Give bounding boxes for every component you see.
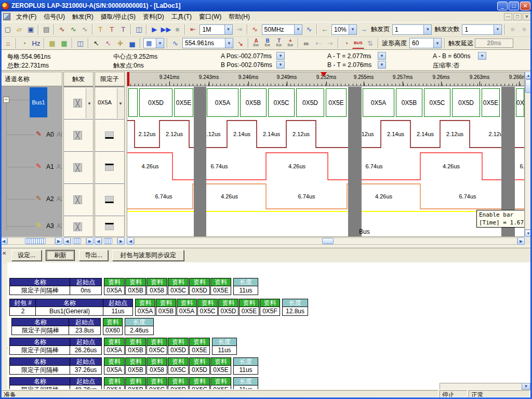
scrollbar-thumb[interactable] (25, 238, 46, 244)
channel-name-label[interactable]: A2 (46, 195, 54, 203)
sample-depth-next-icon[interactable]: ⇥ (234, 24, 245, 35)
hand-tool-icon[interactable]: ✚ (114, 37, 126, 49)
memory-module-icon[interactable]: ◫ (133, 24, 144, 35)
clock-icon[interactable]: ◔ (18, 37, 30, 49)
time-division-select[interactable]: 554.961ns▼ (182, 38, 233, 48)
chevron-down-icon[interactable]: ▼ (156, 38, 164, 48)
scrollbar-thumb[interactable] (322, 238, 334, 244)
trigger-time-icon[interactable]: T (106, 24, 117, 35)
qualifier-cell[interactable]: 0X5A▼ (95, 87, 124, 119)
trigger-dontcare-icon[interactable]: ╳ (73, 131, 82, 140)
trigger-dontcare-icon[interactable]: ╳ (73, 99, 82, 108)
chevron-down-icon[interactable]: ▼ (349, 25, 356, 34)
menu-tools[interactable]: 工具(T) (168, 12, 195, 21)
trigger-mark-icon[interactable]: T (95, 24, 106, 35)
bus-setup-icon[interactable]: ∿ (68, 24, 79, 35)
close-button[interactable]: ✕ (520, 2, 530, 10)
trigger-page-select[interactable]: 1▼ (392, 24, 432, 35)
bus-value-box[interactable]: 0X5E (326, 88, 347, 117)
tree-collapse-button[interactable]: − (3, 97, 9, 103)
trigger-dontcare-icon[interactable]: ╳ (73, 163, 82, 172)
qualifier-cell[interactable] (95, 119, 124, 151)
mdi-close-button[interactable]: ✕ (523, 13, 531, 20)
bus-value-box[interactable]: 0X5E (174, 88, 193, 117)
open-file-icon[interactable]: ▱ (14, 24, 25, 35)
panel-grip[interactable] (6, 264, 6, 389)
channel-name-label[interactable]: A1 (46, 163, 54, 170)
chevron-down-icon[interactable]: ▼ (294, 25, 302, 34)
waveform-view-icon[interactable]: ▦ (46, 37, 58, 49)
mdi-restore-button[interactable]: □ (513, 13, 522, 20)
listing-view-icon[interactable]: ▦ (58, 37, 70, 49)
frequency-icon[interactable]: Hz (30, 37, 42, 49)
unstack-icon[interactable]: ≡ (518, 24, 530, 35)
ratio-decrease-icon[interactable]: ← (319, 24, 330, 35)
sample-rate-icon[interactable]: ∿ (249, 24, 261, 35)
trigger-dontcare-icon[interactable]: ╳ (73, 195, 82, 204)
waveform-mode-icon[interactable]: ∿ (303, 24, 315, 35)
a-pos-dropdown[interactable]: ▼ (276, 52, 285, 60)
prev-bar-icon[interactable]: ⇠ (312, 37, 324, 49)
mdi-minimize-button[interactable]: — (504, 13, 512, 20)
export-button[interactable]: 导出... (79, 250, 108, 261)
sampling-setup-icon[interactable]: ∿ (56, 24, 68, 35)
scroll-right-button[interactable]: ▶ (117, 237, 125, 245)
run-icon[interactable]: ▶ (149, 24, 160, 35)
bus-value-box[interactable]: 0X5D (296, 88, 324, 117)
menu-trigger[interactable]: 触发(R) (69, 12, 97, 21)
packet-panel-dropdown[interactable]: ▼ (522, 383, 530, 390)
stack-icon[interactable]: ≡ (507, 24, 518, 35)
a-bar-icon[interactable]: ABar (250, 37, 262, 49)
zoom-wave-icon[interactable]: ↘ (234, 37, 246, 49)
sample-rate-select[interactable]: 50MHz▼ (262, 24, 302, 35)
trigger-cell[interactable]: ╳ (64, 216, 93, 237)
channel-name-label[interactable]: A0 (46, 131, 54, 138)
new-file-icon[interactable]: ▢ (2, 24, 14, 35)
trigger-cell[interactable]: ╳ (64, 183, 93, 216)
bus-value-box[interactable]: 0X5C (424, 88, 450, 117)
qualifier-level-icon[interactable] (105, 223, 114, 230)
stop-icon[interactable]: ■ (171, 24, 183, 35)
bus-value-box[interactable] (128, 88, 138, 117)
zoom-tool-icon[interactable]: ▅ (126, 37, 138, 49)
scroll-left-button[interactable]: ◀ (63, 237, 71, 245)
bus-value-box[interactable]: 0X5A (516, 88, 524, 117)
a-b-dropdown[interactable]: ▼ (478, 52, 486, 60)
minimize-button[interactable]: _ (497, 2, 508, 10)
qualifier-level-icon[interactable] (105, 131, 114, 139)
pointer-tool-icon[interactable]: ↖ (90, 37, 102, 49)
qualifier-cell[interactable] (95, 151, 124, 183)
save-icon[interactable]: ▣ (25, 24, 36, 35)
chevron-down-icon[interactable]: ▼ (494, 25, 501, 34)
settings-button[interactable]: 设定... (11, 250, 42, 261)
timing-analysis-icon[interactable]: ◔ (340, 37, 352, 49)
t-bar-icon[interactable]: TBar (273, 37, 285, 49)
scroll-left-button[interactable]: ◀ (127, 237, 134, 245)
waveform-canvas[interactable]: 9.241ms9.243ms9.246ms9.249ms9.252ms9.255… (127, 72, 525, 237)
sync-button[interactable]: 封包与波形同步设定 (112, 250, 184, 261)
scroll-left-button[interactable]: ◀ (95, 237, 102, 245)
qualifier-level-icon[interactable] (105, 196, 114, 203)
channel-name-label[interactable]: A3 (46, 222, 54, 230)
print-icon[interactable]: ▤ (41, 24, 52, 35)
trigger-property-icon[interactable]: T (117, 24, 129, 35)
menu-file[interactable]: 文件(F) (12, 12, 40, 21)
next-bar-icon[interactable]: ⇢ (324, 37, 336, 49)
search-icon[interactable]: ∞ (300, 37, 312, 49)
swap-icon[interactable]: ⇅ (364, 37, 376, 49)
trigger-dropdown[interactable]: ▼ (86, 88, 92, 118)
repeat-run-icon[interactable]: ▶▶ (160, 24, 171, 35)
scroll-right-button[interactable]: ▶ (86, 237, 94, 245)
bus-value-box[interactable]: 0X5A (207, 88, 238, 117)
sample-depth-icon[interactable]: ⇤ (187, 24, 198, 35)
bus-name-label[interactable]: Bus1 (30, 87, 47, 117)
chevron-down-icon[interactable]: ▼ (225, 38, 233, 48)
close-panel-icon[interactable]: ✕ (2, 250, 6, 256)
menu-data[interactable]: 资料(D) (139, 12, 168, 21)
qualifier-dropdown[interactable]: ▼ (117, 88, 124, 118)
time-division-icon[interactable]: ∿ (169, 37, 181, 49)
qualifier-cell[interactable] (95, 183, 124, 216)
navigator-icon[interactable]: ◫ (74, 37, 86, 49)
wave-height-select[interactable]: 60▼ (409, 38, 442, 48)
trigger-count-select[interactable]: 1▼ (462, 24, 501, 35)
